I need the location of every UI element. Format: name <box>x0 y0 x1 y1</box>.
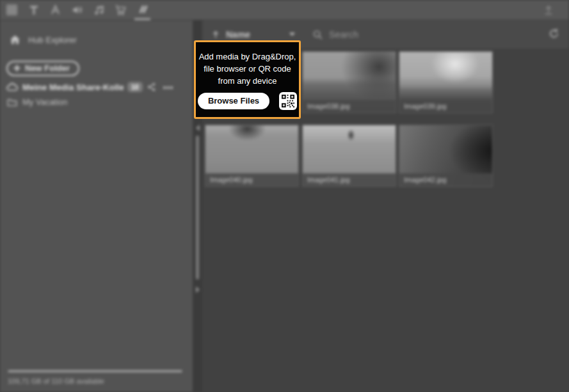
store-icon <box>115 4 127 16</box>
media-thumbnail[interactable]: Image042.jpg <box>399 125 493 187</box>
templates-icon[interactable] <box>4 0 20 20</box>
music-icon <box>93 4 105 16</box>
more-options-icon[interactable]: ••• <box>163 82 174 92</box>
sidebar-item-my-vacation[interactable]: My Vacation <box>0 97 193 107</box>
music-icon[interactable] <box>91 0 107 20</box>
store-icon[interactable] <box>113 0 129 20</box>
folder-icon <box>7 98 17 107</box>
upload-icon[interactable] <box>540 0 557 20</box>
sort-label: Name <box>226 29 289 40</box>
browse-files-button[interactable]: Browse Files <box>198 93 269 109</box>
sidebar-title: Hub Explorer <box>28 35 77 45</box>
app-window: Hub Explorer New Folder Meine Media Shar… <box>0 0 569 392</box>
add-media-popover: Add media by Drag&Drop, file browser or … <box>194 40 301 119</box>
qr-code-button[interactable] <box>279 92 297 110</box>
sort-dropdown[interactable]: Name <box>211 29 296 40</box>
storage-progress-bar <box>8 370 183 372</box>
thumbnail-filename: Image040.jpg <box>205 173 298 186</box>
refresh-icon[interactable] <box>548 27 560 42</box>
search-icon <box>312 29 323 40</box>
collection-row[interactable]: Meine Media Share-Kollekti... 10 ••• <box>0 82 193 92</box>
home-icon <box>9 34 21 46</box>
templates-icon <box>6 4 18 16</box>
chevron-down-icon <box>289 32 296 37</box>
media-thumbnail[interactable]: Image039.jpg <box>399 51 493 113</box>
expand-right-icon[interactable] <box>196 286 200 293</box>
audio-icon <box>71 4 83 16</box>
popover-line: file browser or QR code <box>196 63 299 75</box>
media-hub-icon <box>136 3 148 15</box>
media-thumbnail[interactable]: Image038.jpg <box>302 51 396 113</box>
qr-code-icon <box>282 95 294 107</box>
titles-icon <box>49 4 61 16</box>
collapse-left-icon[interactable] <box>196 125 200 131</box>
media-thumbnail[interactable]: Image041.jpg <box>302 125 396 187</box>
new-folder-label: New Folder <box>25 63 70 73</box>
popover-line: from any device <box>196 75 299 87</box>
audio-icon[interactable] <box>69 0 85 20</box>
share-icon <box>147 82 157 92</box>
plus-icon <box>13 64 21 72</box>
popover-actions: Browse Files <box>196 92 299 110</box>
vertical-scrollbar[interactable] <box>196 136 199 279</box>
text-icon <box>28 4 40 16</box>
thumbnail-filename: Image041.jpg <box>303 173 396 186</box>
top-toolbar <box>0 0 569 20</box>
storage-text: 109,71 GB of 110 GB available <box>8 377 183 385</box>
media-hub-icon[interactable] <box>134 0 150 20</box>
folder-label: My Vacation <box>22 97 68 107</box>
popover-line: Add media by Drag&Drop, <box>196 51 299 63</box>
storage-info: 109,71 GB of 110 GB available <box>8 370 183 385</box>
collection-count-badge: 10 <box>127 82 143 92</box>
new-folder-button[interactable]: New Folder <box>6 61 79 76</box>
popover-text: Add media by Drag&Drop, file browser or … <box>196 51 299 87</box>
refresh-icon <box>548 27 560 40</box>
thumbnail-filename: Image039.jpg <box>399 100 492 113</box>
hub-explorer-header: Hub Explorer <box>0 20 193 46</box>
share-icon[interactable] <box>147 82 157 92</box>
sidebar: Hub Explorer New Folder Meine Media Shar… <box>0 20 193 392</box>
titles-icon[interactable] <box>47 0 63 20</box>
cloud-icon <box>6 82 19 92</box>
sort-ascending-icon <box>211 30 220 40</box>
media-thumbnail[interactable]: Image040.jpg <box>205 125 299 187</box>
thumbnail-filename: Image038.jpg <box>303 100 396 113</box>
storage-progress-fill <box>8 370 182 372</box>
search-input[interactable] <box>329 29 521 40</box>
upload-icon <box>543 4 554 16</box>
thumbnail-filename: Image042.jpg <box>399 173 492 186</box>
collection-label: Meine Media Share-Kollekti... <box>22 82 124 92</box>
search-box <box>312 29 548 40</box>
text-icon[interactable] <box>26 0 42 20</box>
